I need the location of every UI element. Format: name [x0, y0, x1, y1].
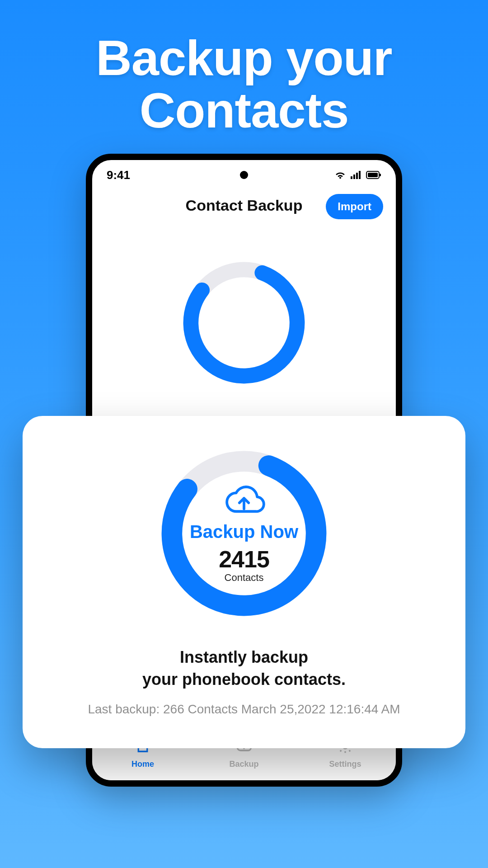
tab-settings-label: Settings [329, 760, 361, 769]
svg-rect-2 [356, 173, 358, 179]
svg-rect-1 [353, 175, 355, 179]
hero-title-line2: Contacts [140, 82, 349, 138]
desc-line1: Instantly backup [180, 648, 308, 666]
contacts-count: 2415 [219, 546, 269, 573]
cellular-signal-icon [351, 168, 361, 182]
cloud-upload-icon [222, 484, 266, 517]
svg-rect-5 [368, 173, 378, 177]
status-time: 9:41 [107, 168, 130, 182]
backup-overlay-card: Backup Now 2415 Contacts Instantly backu… [23, 416, 465, 748]
backup-description: Instantly backup your phonebook contacts… [41, 646, 447, 690]
svg-point-8 [181, 259, 307, 386]
backup-progress-ring[interactable]: Backup Now 2415 Contacts [158, 448, 330, 619]
backup-now-label: Backup Now [190, 522, 298, 542]
hero-title-line1: Backup your [96, 30, 392, 85]
wifi-icon [334, 168, 346, 182]
tab-backup-label: Backup [229, 760, 258, 769]
desc-line2: your phonebook contacts. [142, 670, 346, 689]
front-camera-dot [240, 171, 248, 179]
svg-rect-0 [351, 176, 352, 179]
tab-home-label: Home [131, 760, 154, 769]
svg-rect-3 [359, 171, 361, 179]
page-title: Contact Backup [186, 197, 303, 214]
last-backup-text: Last backup: 266 Contacts March 25,2022 … [41, 702, 447, 717]
app-header: Contact Backup Import [92, 186, 396, 219]
svg-rect-6 [380, 174, 381, 176]
progress-ring-peek [181, 259, 307, 323]
battery-icon [366, 168, 381, 182]
hero-title: Backup your Contacts [0, 32, 488, 136]
contacts-label: Contacts [225, 572, 264, 584]
import-button[interactable]: Import [326, 194, 383, 219]
